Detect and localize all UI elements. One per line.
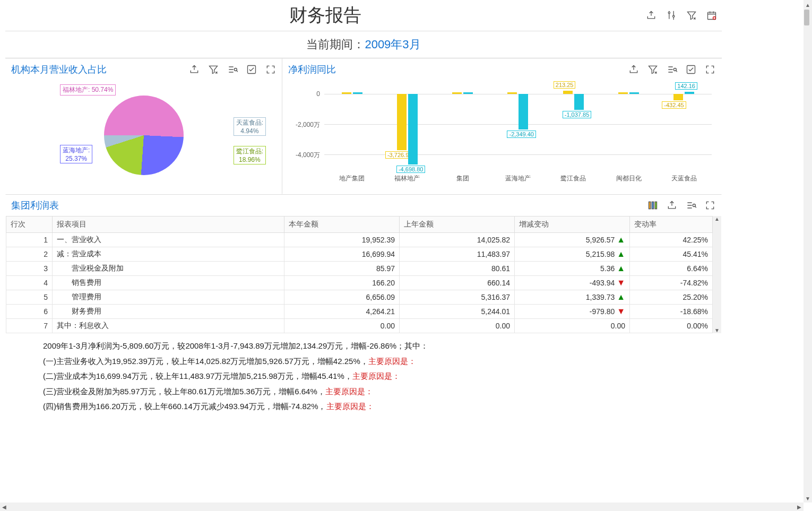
export-icon[interactable] xyxy=(188,64,200,75)
scroll-up-icon[interactable]: ▲ xyxy=(714,216,720,222)
col-change[interactable]: 增减变动 xyxy=(515,216,630,233)
filter-clear-icon[interactable] xyxy=(208,64,219,75)
export-icon[interactable] xyxy=(628,64,640,75)
svg-rect-10 xyxy=(655,202,656,209)
table-panel-title: 集团利润表 xyxy=(11,199,647,212)
svg-point-3 xyxy=(713,17,716,20)
table-row[interactable]: 3 营业税金及附加85.9780.615.36 ▲6.64% xyxy=(6,262,713,276)
drill-icon[interactable] xyxy=(666,64,678,75)
profit-table: 行次 报表项目 本年金额 上年金额 增减变动 变动率 1一、营业收入19,952… xyxy=(6,216,713,333)
select-icon[interactable] xyxy=(246,64,257,75)
analysis-notes: 2009年1-3月净利润为-5,809.60万元，较2008年1-3月-7,94… xyxy=(6,333,721,420)
table-row[interactable]: 2减：营业成本16,699.9411,483.975,215.98 ▲45.41… xyxy=(6,247,713,262)
fullscreen-icon[interactable] xyxy=(704,64,716,75)
note-line: 2009年1-3月净利润为-5,809.60万元，较2008年1-3月-7,94… xyxy=(43,339,684,354)
table-row[interactable]: 7其中：利息收入0.000.000.00 0.00% xyxy=(6,319,713,333)
calendar-refresh-icon[interactable] xyxy=(706,10,718,21)
filter-clear-icon[interactable] xyxy=(647,64,659,75)
table-row[interactable]: 6 财务费用4,264.215,244.01-979.80 ▼-18.68% xyxy=(6,305,713,319)
col-prev[interactable]: 上年金额 xyxy=(400,216,515,233)
columns-icon[interactable] xyxy=(647,200,659,211)
pie-label-tianlan: 天蓝食品:4.94% xyxy=(234,117,266,136)
svg-rect-8 xyxy=(649,202,651,209)
svg-point-1 xyxy=(673,15,675,17)
fullscreen-icon[interactable] xyxy=(265,64,277,75)
note-line: (一)主营业务收入为19,952.39万元，较上年14,025.82万元增加5,… xyxy=(43,354,684,369)
note-line: (四)销售费用为166.20万元，较上年660.14万元减少493.94万元，增… xyxy=(43,399,684,414)
scroll-thumb[interactable] xyxy=(804,10,809,25)
scroll-down-icon[interactable]: ▼ xyxy=(714,327,720,333)
export-icon[interactable] xyxy=(666,200,678,211)
svg-point-0 xyxy=(668,12,670,13)
period-bar: 当前期间：2009年3月 xyxy=(5,31,722,58)
pie-label-lujiang: 鹭江食品:18.96% xyxy=(234,146,266,164)
settings-sliders-icon[interactable] xyxy=(666,10,677,21)
note-line: (二)营业成本为16,699.94万元，较上年11,483.97万元增加5,21… xyxy=(43,369,684,384)
bar-chart[interactable]: 0-2,000万-4,000万地产集团-3,726.93-4,698.80福林地… xyxy=(288,82,716,188)
pie-panel-title: 机构本月营业收入占比 xyxy=(11,63,188,76)
pie-chart[interactable]: 福林地产: 50.74% 天蓝食品:4.94% 鹭江食品:18.96% 蓝海地产… xyxy=(11,82,277,188)
fullscreen-icon[interactable] xyxy=(704,200,716,211)
period-value: 2009年3月 xyxy=(365,38,420,51)
table-vscrollbar[interactable]: ▲ ▼ xyxy=(713,216,721,333)
drill-icon[interactable] xyxy=(685,200,697,211)
scroll-up-icon[interactable]: ▲ xyxy=(804,1,811,9)
table-row[interactable]: 1一、营业收入19,952.3914,025.825,926.57 ▲42.25… xyxy=(6,233,713,247)
page-vscrollbar[interactable]: ▲ ▼ xyxy=(804,0,812,420)
col-rate[interactable]: 变动率 xyxy=(630,216,713,233)
select-icon[interactable] xyxy=(685,64,697,75)
svg-rect-9 xyxy=(652,202,653,209)
col-rownum[interactable]: 行次 xyxy=(6,216,53,233)
col-current[interactable]: 本年金额 xyxy=(284,216,400,233)
table-row[interactable]: 5 管理费用6,656.095,316.371,339.73 ▲25.20% xyxy=(6,290,713,305)
filter-clear-icon[interactable] xyxy=(686,10,697,21)
pie-label-lanhai: 蓝海地产:25.37% xyxy=(60,145,92,163)
table-row[interactable]: 4 销售费用166.20660.14-493.94 ▼-74.82% xyxy=(6,276,713,290)
period-label: 当前期间： xyxy=(306,38,365,51)
note-line: (三)营业税金及附加为85.97万元，较上年80.61万元增加5.36万元，增幅… xyxy=(43,384,684,400)
page-title: 财务报告 xyxy=(5,3,645,28)
svg-rect-2 xyxy=(708,12,716,19)
drill-icon[interactable] xyxy=(227,64,238,75)
col-item[interactable]: 报表项目 xyxy=(53,216,284,233)
bar-panel-title: 净利润同比 xyxy=(288,63,628,76)
pie-label-fulin: 福林地产: 50.74% xyxy=(60,84,116,96)
export-icon[interactable] xyxy=(645,10,657,21)
